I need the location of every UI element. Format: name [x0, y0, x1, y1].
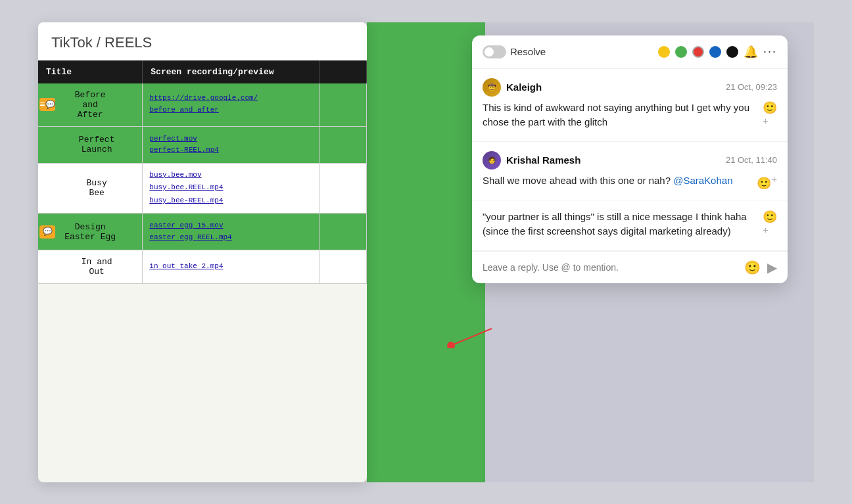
- toggle-switch[interactable]: [483, 45, 506, 58]
- comment-meta-1: 🤠 Kaleigh 21 Oct, 09:23: [483, 78, 777, 97]
- comment-text-2: Shall we move ahead with this one or nah…: [483, 173, 732, 189]
- col-title: Title: [38, 60, 143, 83]
- avatar-krishal-1: 🧑: [483, 151, 501, 170]
- table-row: 💬 BeforeandAfter https://drive.google.co…: [38, 83, 367, 127]
- emoji-add-3[interactable]: 🙂+: [763, 210, 777, 241]
- more-options-icon[interactable]: ···: [763, 45, 777, 58]
- table-row: PerfectLaunch perfect.mov perfect-REEL.m…: [38, 126, 367, 163]
- dot-red[interactable]: [692, 46, 704, 58]
- comment-item-kaleigh: 🤠 Kaleigh 21 Oct, 09:23 This is kind of …: [472, 69, 788, 142]
- emoji-add-2[interactable]: 🙂+: [757, 173, 777, 191]
- extra-col-4: [319, 214, 366, 250]
- comment-time-2: 21 Oct, 11:40: [726, 155, 777, 165]
- comment-reply-area: 🙂 ▶: [472, 251, 788, 283]
- comment-time-1: 21 Oct, 09:23: [726, 82, 777, 92]
- title-text-design-easter-egg: DesignEaster Egg: [64, 222, 116, 242]
- comment-badge-1[interactable]: 💬: [39, 98, 55, 111]
- col-screen-recording: Screen recording/preview: [143, 60, 320, 83]
- commenter-info-2: 🧑 Krishal Ramesh: [483, 151, 580, 170]
- cell-links-design-easter-egg: easter egg 15.mov easter egg REEL.mp4: [143, 214, 320, 250]
- cell-title-before-after: 💬 BeforeandAfter: [38, 83, 143, 127]
- gray-bg-area: Resolve 🔔 ···: [485, 22, 814, 482]
- mention-sara[interactable]: @SaraKohan: [673, 175, 732, 186]
- link-busy-bee[interactable]: busy.bee.mov busy.bee.REEL.mp4 busy_bee-…: [149, 169, 312, 208]
- right-section: Resolve 🔔 ···: [367, 22, 814, 482]
- cell-title-perfect-launch: PerfectLaunch: [38, 126, 143, 163]
- content-table: Title Screen recording/preview 💬 Beforea…: [38, 60, 367, 285]
- bell-icon[interactable]: 🔔: [744, 45, 758, 59]
- title-text-perfect-launch: PerfectLaunch: [79, 135, 115, 154]
- cell-links-busy-bee: busy.bee.mov busy.bee.REEL.mp4 busy_bee-…: [143, 163, 320, 213]
- spreadsheet-title: TikTok / REELS: [51, 34, 354, 51]
- table-row: 💬 DesignEaster Egg easter egg 15.mov eas…: [38, 214, 367, 250]
- link-design-easter-egg[interactable]: easter egg 15.mov easter egg REEL.mp4: [149, 220, 312, 243]
- cell-title-in-out: In andOut: [38, 250, 143, 284]
- comment-panel: Resolve 🔔 ···: [472, 35, 788, 283]
- cell-title-design-easter-egg: 💬 DesignEaster Egg: [38, 214, 143, 250]
- reply-input[interactable]: [483, 262, 738, 273]
- dot-blue[interactable]: [709, 46, 721, 58]
- title-separator: /: [93, 34, 105, 51]
- svg-line-0: [452, 329, 492, 345]
- resolve-toggle[interactable]: Resolve: [483, 45, 546, 58]
- title-text-before-after: BeforeandAfter: [75, 90, 106, 120]
- comment-text-1: This is kind of awkward not saying anyth…: [483, 101, 763, 130]
- title-tiktok: TikTok: [51, 34, 93, 51]
- comment-text-3: "your partner is all things" is still a …: [483, 210, 763, 239]
- toggle-knob: [485, 47, 494, 57]
- comment-badge-2[interactable]: 💬: [39, 225, 55, 239]
- spreadsheet-panel: TikTok / REELS Title Screen recording/pr…: [38, 22, 367, 482]
- commenter-name-kaleigh: Kaleigh: [506, 81, 542, 93]
- extra-col-5: [319, 250, 366, 284]
- table-row: In andOut in out take 2.mp4: [38, 250, 367, 284]
- cell-links-before-after: https://drive.google.com/ before and aft…: [143, 83, 320, 127]
- svg-point-1: [447, 342, 455, 348]
- cell-links-perfect-launch: perfect.mov perfect-REEL.mp4: [143, 126, 320, 163]
- table-row: BusyBee busy.bee.mov busy.bee.REEL.mp4 b…: [38, 163, 367, 213]
- comment-panel-header: Resolve 🔔 ···: [472, 35, 788, 69]
- reply-emoji-icon[interactable]: 🙂: [744, 260, 761, 275]
- arrow-indicator: [446, 322, 498, 351]
- extra-col-3: [319, 163, 366, 213]
- extra-col-1: [319, 83, 366, 127]
- link-before-after[interactable]: https://drive.google.com/ before and aft…: [149, 93, 312, 116]
- dot-green[interactable]: [675, 46, 687, 58]
- link-in-out[interactable]: in out take 2.mp4: [149, 261, 312, 273]
- comment-item-krishal-1: 🧑 Krishal Ramesh 21 Oct, 11:40 Shall we …: [472, 142, 788, 200]
- table-container: Title Screen recording/preview 💬 Beforea…: [38, 60, 367, 285]
- green-bg-area: [367, 22, 485, 482]
- emoji-add-1[interactable]: 🙂+: [763, 101, 777, 132]
- avatar-kaleigh: 🤠: [483, 78, 501, 97]
- comment-meta-2: 🧑 Krishal Ramesh 21 Oct, 11:40: [483, 151, 777, 170]
- comment-text-krishal-1-main: Shall we move ahead with this one or nah…: [483, 175, 673, 186]
- main-container: TikTok / REELS Title Screen recording/pr…: [38, 22, 814, 482]
- color-dots: 🔔 ···: [658, 45, 777, 59]
- commenter-info-1: 🤠 Kaleigh: [483, 78, 542, 97]
- dot-yellow[interactable]: [658, 46, 670, 58]
- comment-item-krishal-2: "your partner is all things" is still a …: [472, 200, 788, 251]
- commenter-name-krishal-1: Krishal Ramesh: [506, 154, 580, 166]
- extra-col-2: [319, 126, 366, 163]
- col-extra: [319, 60, 366, 83]
- cell-title-busy-bee: BusyBee: [38, 163, 143, 213]
- dot-black[interactable]: [726, 46, 738, 58]
- title-text-busy-bee: BusyBee: [87, 178, 107, 198]
- cell-links-in-out: in out take 2.mp4: [143, 250, 320, 284]
- title-text-in-out: In andOut: [82, 257, 112, 277]
- reply-send-button[interactable]: ▶: [767, 260, 777, 275]
- table-header-row: Title Screen recording/preview: [38, 60, 367, 83]
- title-suffix: REELS: [105, 34, 152, 51]
- spreadsheet-header: TikTok / REELS: [38, 22, 367, 60]
- link-perfect-launch[interactable]: perfect.mov perfect-REEL.mp4: [149, 133, 312, 156]
- resolve-label: Resolve: [510, 46, 546, 57]
